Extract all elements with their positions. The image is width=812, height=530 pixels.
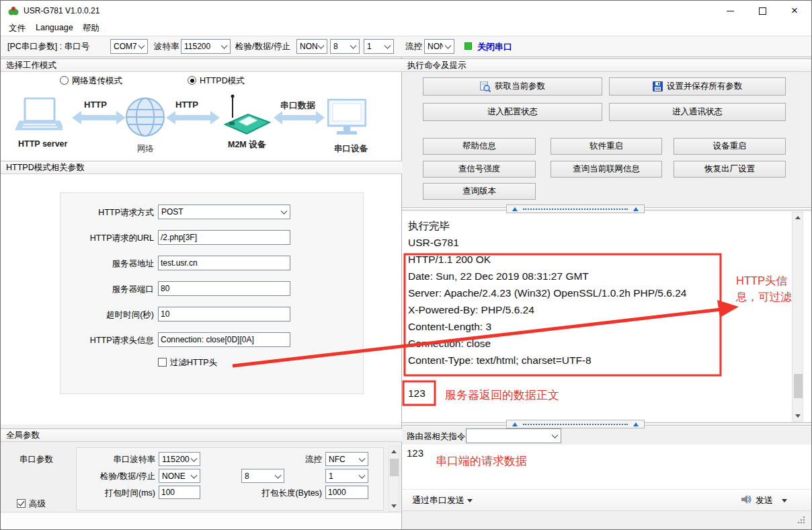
timeout-input[interactable] <box>158 307 290 321</box>
title-bar: USR-G781 V1.0.0.21 × <box>1 1 811 21</box>
com-port-select[interactable]: COM7 <box>110 39 148 54</box>
resize-grip-icon[interactable] <box>797 515 806 525</box>
close-button[interactable]: × <box>779 1 810 21</box>
menu-help[interactable]: 帮助 <box>83 23 99 34</box>
menu-language[interactable]: Language <box>36 23 73 32</box>
chevron-down-icon <box>191 471 198 478</box>
double-arrow-icon <box>274 110 325 125</box>
minimize-button[interactable] <box>715 1 745 21</box>
log-line: Server: Apache/2.4.23 (Win32) OpenSSL/1.… <box>408 285 686 301</box>
net-info-button[interactable]: 查询当前联网信息 <box>551 161 662 178</box>
router-cmd-select[interactable] <box>466 428 561 443</box>
databits-select[interactable]: 8 <box>330 39 360 54</box>
baud-select[interactable]: 115200 <box>181 39 231 54</box>
server-port-label: 服务器端口 <box>1 284 154 295</box>
advanced-label[interactable]: 高级 <box>29 498 46 510</box>
send-button[interactable]: 发送 <box>756 494 773 506</box>
server-addr-label: 服务器地址 <box>1 258 154 270</box>
scroll-down-icon[interactable] <box>389 501 399 511</box>
radio-transparent-mode[interactable] <box>60 76 69 85</box>
http-header-label: HTTP请求头信息 <box>1 335 154 346</box>
menu-bar: 文件 Language 帮助 <box>1 21 811 36</box>
global-title: 全局参数 <box>6 430 40 441</box>
signal-strength-button[interactable]: 查信号强度 <box>423 161 536 178</box>
chevron-down-icon <box>221 42 228 49</box>
splitter-arrow-icon <box>633 422 639 426</box>
scroll-up-icon[interactable] <box>793 213 803 223</box>
scrollbar-thumb[interactable] <box>390 459 399 476</box>
log-line: HTTP/1.1 200 OK <box>408 251 686 268</box>
app-window: USR-G781 V1.0.0.21 × 文件 Language 帮助 [PC串… <box>0 0 812 530</box>
chevron-down-icon[interactable] <box>467 499 473 502</box>
chevron-down-icon <box>275 471 282 478</box>
factory-reset-button[interactable]: 恢复出厂设置 <box>674 161 786 178</box>
server-port-input[interactable] <box>158 281 290 296</box>
http-method-label: HTTP请求方式 <box>1 207 154 219</box>
radio-transparent-label[interactable]: 网络透传模式 <box>72 75 122 87</box>
timeout-label: 超时时间(秒) <box>1 309 154 321</box>
log-lines: 执行完毕 USR-G781 HTTP/1.1 200 OK Date: Sun,… <box>408 217 686 369</box>
http-header-input[interactable] <box>158 332 290 347</box>
g-stopbits-select[interactable]: 1 <box>325 469 368 483</box>
diagram-label-m2m: M2M 设备 <box>228 139 266 151</box>
get-params-button[interactable]: 获取当前参数 <box>423 77 602 96</box>
maximize-button[interactable] <box>747 1 778 21</box>
chevron-down-icon <box>281 208 288 215</box>
laptop-icon <box>14 98 63 137</box>
device-restart-button[interactable]: 设备重启 <box>674 138 786 155</box>
parity-label: 检验/数据/停止 <box>235 41 290 52</box>
advanced-checkbox[interactable] <box>17 499 26 508</box>
g-packtime-label: 打包时间(ms) <box>81 488 155 499</box>
splitter-handle[interactable] <box>506 420 645 428</box>
chevron-down-icon <box>445 42 452 49</box>
enter-comm-button[interactable]: 进入通讯状态 <box>609 103 786 121</box>
splitter-dots <box>523 209 628 210</box>
httpd-group-header: HTTPD模式相关参数 <box>1 161 402 174</box>
g-baud-label: 串口波特率 <box>81 454 155 465</box>
log-line: X-Powered-By: PHP/5.6.24 <box>408 301 686 318</box>
splitter-handle[interactable] <box>506 204 645 213</box>
pc-serial-label: [PC串口参数] : 串口号 <box>7 41 89 52</box>
scroll-down-icon[interactable] <box>793 411 803 421</box>
status-strip <box>402 510 811 529</box>
http-method-select[interactable]: POST <box>158 204 290 219</box>
splitter-arrow-icon <box>633 207 639 211</box>
server-addr-input[interactable] <box>158 256 290 270</box>
filter-http-checkbox[interactable] <box>158 358 167 367</box>
chevron-down-icon <box>318 42 325 49</box>
g-flow-label: 流控 <box>270 454 322 465</box>
close-icon: × <box>791 4 798 17</box>
send-via-serial-button[interactable]: 通过串口发送 <box>412 494 464 506</box>
help-info-button[interactable]: 帮助信息 <box>423 138 536 155</box>
log-scrollbar[interactable] <box>792 212 803 422</box>
g-parity-select[interactable]: NONE <box>159 469 200 483</box>
g-baud-select[interactable]: 115200 <box>159 452 200 466</box>
double-arrow-icon <box>72 110 126 125</box>
query-version-button[interactable]: 查询版本 <box>423 183 536 200</box>
g-flow-select[interactable]: NFC <box>325 452 368 466</box>
enter-config-button[interactable]: 进入配置状态 <box>423 103 602 121</box>
chevron-down-icon <box>138 42 145 49</box>
radio-httpd-mode[interactable] <box>188 76 196 85</box>
minimize-icon <box>727 11 734 11</box>
chevron-down-icon <box>350 42 357 49</box>
save-params-button[interactable]: 设置并保存所有参数 <box>609 77 786 96</box>
filter-http-label[interactable]: 过滤HTTP头 <box>170 357 217 369</box>
global-scrollbar[interactable] <box>389 446 399 512</box>
radio-httpd-label[interactable]: HTTPD模式 <box>200 75 245 87</box>
http-url-input[interactable] <box>158 230 290 245</box>
menu-file[interactable]: 文件 <box>9 23 26 34</box>
close-serial-button[interactable]: 关闭串口 <box>477 41 512 53</box>
scroll-up-icon[interactable] <box>389 447 399 457</box>
g-packtime-input[interactable] <box>159 486 200 499</box>
g-databits-select[interactable]: 8 <box>241 469 284 483</box>
soft-restart-button[interactable]: 软件重启 <box>551 138 662 155</box>
parity-select[interactable]: NONI <box>296 39 327 54</box>
global-group-header: 全局参数 <box>1 428 402 442</box>
g-packlen-input[interactable] <box>325 486 368 499</box>
scrollbar-thumb[interactable] <box>794 374 803 398</box>
flow-select[interactable]: NONE <box>424 39 454 54</box>
chevron-down-icon <box>384 42 391 49</box>
chevron-down-icon[interactable] <box>782 499 787 502</box>
stopbits-select[interactable]: 1 <box>364 39 394 54</box>
